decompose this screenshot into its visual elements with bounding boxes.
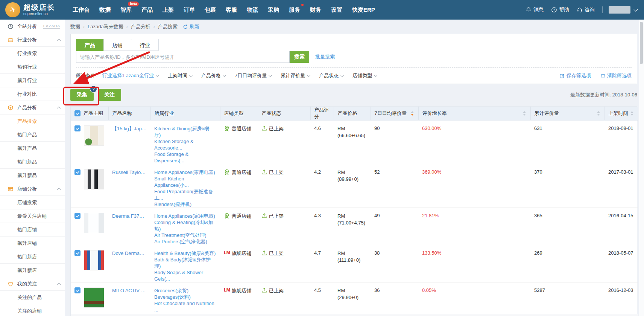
- product-image[interactable]: [84, 213, 104, 233]
- collect-button[interactable]: 采集 ?: [70, 89, 94, 101]
- nav-item-财务[interactable]: 财务: [305, 0, 326, 20]
- row-checkbox[interactable]: [74, 250, 80, 256]
- sidebar-item-热门店铺[interactable]: 热门店铺: [0, 223, 65, 237]
- category-link[interactable]: Beverages(饮料): [154, 294, 216, 300]
- product-name-link[interactable]: Russell Taylors ...: [112, 169, 147, 176]
- save-filters-link[interactable]: 保存筛选项: [560, 72, 591, 79]
- category-link[interactable]: Groceries(杂货): [154, 287, 216, 294]
- nav-item-采购[interactable]: 采购: [263, 0, 284, 20]
- column-header-上架时间[interactable]: 上架时间: [605, 107, 638, 121]
- nav-item-智库[interactable]: 智库beta: [115, 0, 137, 20]
- sidebar-section-全站分析[interactable]: 全站分析LAZADA: [0, 20, 65, 33]
- category-link[interactable]: Food Storage & Dispensers(...: [154, 151, 216, 164]
- tab-店铺[interactable]: 店铺: [103, 39, 131, 51]
- sort-control[interactable]: [410, 110, 415, 116]
- nav-item-上架[interactable]: 上架: [158, 0, 179, 20]
- category-link[interactable]: Health & Beauty(健康&美容): [154, 250, 216, 256]
- product-name-link[interactable]: Deerma F370 ...: [112, 213, 147, 219]
- nav-item-物流[interactable]: 物流: [242, 0, 263, 20]
- category-link[interactable]: Body Soaps & Shower Gels(...: [154, 269, 216, 282]
- nav-item-订单[interactable]: 订单: [179, 0, 200, 20]
- sidebar-item-产品搜索[interactable]: 产品搜索: [0, 114, 65, 128]
- category-link[interactable]: Blenders(搅拌机): [154, 201, 216, 208]
- filter-dropdown-行业选择:Lazada全行业[interactable]: 行业选择:Lazada全行业: [102, 72, 159, 79]
- sidebar-item-关注的产品[interactable]: 关注的产品: [0, 291, 65, 304]
- row-checkbox[interactable]: [74, 213, 80, 219]
- sort-control[interactable]: [596, 110, 601, 116]
- sidebar-item-行业对比[interactable]: 行业对比: [0, 87, 65, 101]
- tab-行业[interactable]: 行业: [131, 39, 159, 51]
- breadcrumb-item[interactable]: 数据: [70, 23, 80, 30]
- filter-dropdown-7日日均评价量[interactable]: 7日日均评价量: [235, 72, 272, 79]
- sidebar-item-热门新店[interactable]: 热门新店: [0, 250, 65, 264]
- product-name-link[interactable]: MILO ACTIV-G...: [112, 287, 147, 294]
- sidebar-item-店铺搜索[interactable]: 店铺搜索: [0, 196, 65, 209]
- nav-item-快麦ERP[interactable]: 快麦ERP: [347, 0, 380, 20]
- app-logo[interactable]: ✈ 超级店长 superseller.cn: [0, 2, 65, 17]
- filter-dropdown-产品价格[interactable]: 产品价格: [201, 72, 226, 79]
- sidebar-item-最受关注店铺[interactable]: 最受关注店铺: [0, 209, 65, 223]
- navbar-bell-button[interactable]: 消息: [526, 6, 544, 13]
- nav-item-工作台[interactable]: 工作台: [68, 0, 94, 20]
- category-link[interactable]: Food Preparation(烹饪准备工...: [154, 188, 216, 201]
- column-header-累计评价量[interactable]: 累计评价量: [530, 107, 605, 121]
- category-link[interactable]: Home Appliances(家用电器): [154, 213, 216, 219]
- product-search-input[interactable]: [76, 51, 290, 63]
- sidebar-item-飙升店铺[interactable]: 飙升店铺: [0, 237, 65, 250]
- filter-dropdown-产品状态[interactable]: 产品状态: [319, 72, 343, 79]
- nav-item-数据[interactable]: 数据: [94, 0, 115, 20]
- sidebar-item-关注的店铺[interactable]: 关注的店铺: [0, 304, 65, 316]
- sidebar-item-热门产品[interactable]: 热门产品: [0, 128, 65, 142]
- product-image[interactable]: [84, 169, 104, 189]
- nav-item-产品[interactable]: 产品: [137, 0, 158, 20]
- sidebar-item-行业搜索[interactable]: 行业搜索: [0, 47, 65, 60]
- product-image[interactable]: [84, 287, 104, 308]
- category-link[interactable]: Air Treatment(空气处理): [154, 232, 216, 238]
- nav-item-设置[interactable]: 设置: [326, 0, 347, 20]
- sidebar-item-飙升行业[interactable]: 飙升行业: [0, 74, 65, 87]
- help-badge[interactable]: ?: [90, 85, 97, 93]
- row-checkbox[interactable]: [74, 287, 80, 293]
- sidebar-item-飙升新店[interactable]: 飙升新店: [0, 264, 65, 277]
- filter-dropdown-上架时间[interactable]: 上架时间: [168, 72, 192, 79]
- sidebar-item-热门新品[interactable]: 热门新品: [0, 155, 65, 169]
- breadcrumb-item[interactable]: 产品搜索: [158, 23, 178, 30]
- category-link[interactable]: Home Appliances(家用电器): [154, 169, 216, 176]
- select-all-checkbox[interactable]: [74, 110, 80, 116]
- nav-item-客服[interactable]: 客服: [221, 0, 242, 20]
- chevron-down-icon[interactable]: [633, 7, 638, 11]
- filter-dropdown-店铺类型[interactable]: 店铺类型: [352, 72, 377, 79]
- sidebar-section-产品分析[interactable]: 产品分析: [0, 101, 65, 114]
- nav-item-包裹[interactable]: 包裹: [200, 0, 221, 20]
- column-header-评价增长率[interactable]: 评价增长率: [418, 107, 530, 121]
- sidebar-item-热销行业[interactable]: 热销行业: [0, 60, 65, 74]
- nav-item-服务[interactable]: 服务: [284, 0, 305, 20]
- breadcrumb-item[interactable]: 产品分析: [131, 23, 150, 30]
- category-link[interactable]: Air Purifiers(空气净化器): [154, 238, 216, 245]
- sidebar-section-行业分析[interactable]: 行业分析: [0, 33, 65, 47]
- product-image[interactable]: [84, 250, 104, 270]
- column-header-7日日均评价量[interactable]: 7日日均评价量: [371, 107, 418, 121]
- breadcrumb-item[interactable]: Lazada马来数据: [88, 23, 123, 30]
- sort-control[interactable]: [522, 110, 527, 116]
- user-name-redacted[interactable]: [609, 6, 630, 14]
- category-link[interactable]: Kitchen & Dining(厨房&餐厅): [154, 125, 216, 138]
- category-link[interactable]: Bath & Body(沐浴&身体护理): [154, 256, 216, 269]
- refresh-link[interactable]: 刷新: [183, 23, 199, 30]
- category-link[interactable]: Kitchen Storage & Accessorie...: [154, 138, 216, 151]
- tab-产品[interactable]: 产品: [76, 39, 104, 51]
- product-image[interactable]: [84, 125, 104, 146]
- search-button[interactable]: 搜索: [290, 51, 309, 63]
- clear-filters-link[interactable]: 清除筛选项: [601, 72, 632, 79]
- sidebar-section-我的关注[interactable]: 我的关注: [0, 277, 65, 291]
- category-link[interactable]: Small Kitchen Appliances(小...: [154, 176, 216, 188]
- sidebar-item-飙升产品[interactable]: 飙升产品: [0, 142, 65, 155]
- sidebar-section-店铺分析[interactable]: 店铺分析: [0, 182, 65, 196]
- navbar-help-button[interactable]: ?帮助: [551, 6, 569, 13]
- filter-dropdown-累计评价量[interactable]: 累计评价量: [281, 72, 310, 79]
- scrollbar-thumb[interactable]: [640, 22, 643, 64]
- batch-search-link[interactable]: 批量搜索: [315, 53, 335, 60]
- product-name-link[interactable]: Dove DermaSe...: [112, 250, 147, 256]
- product-name-link[interactable]: 【15 kg】Japa...: [112, 125, 147, 132]
- row-checkbox[interactable]: [74, 125, 80, 131]
